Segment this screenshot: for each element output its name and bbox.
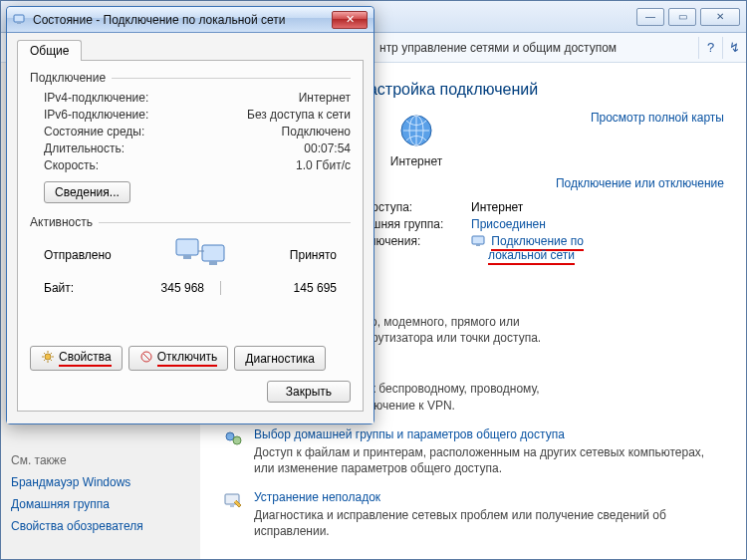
toolbar-title: нтр управление сетями и общим доступом [379, 41, 617, 55]
svg-point-7 [233, 436, 241, 444]
duration-label: Длительность: [44, 141, 221, 155]
connection-info: Тип доступа:Интернет Домашняя группа:При… [342, 200, 724, 262]
duration-value: 00:07:54 [221, 141, 351, 155]
svg-rect-15 [209, 261, 217, 265]
group-activity: Активность [30, 215, 351, 229]
view-full-map-link[interactable]: Просмотр полной карты [591, 111, 724, 125]
connect-disconnect-link[interactable]: Подключение или отключение [556, 176, 724, 190]
network-icon [13, 13, 27, 27]
internet-label: Интернет [381, 154, 451, 168]
svg-rect-9 [230, 504, 234, 507]
media-state-label: Состояние среды: [44, 125, 221, 139]
bytes-label: Байт: [44, 281, 105, 295]
task-item[interactable]: Выбор домашней группы и параметров общег… [222, 427, 724, 476]
task-desc: Доступ к файлам и принтерам, расположенн… [254, 444, 724, 476]
close-button[interactable]: Закрыть [267, 381, 351, 403]
svg-rect-12 [176, 239, 198, 255]
svg-rect-14 [202, 245, 224, 261]
svg-rect-10 [14, 15, 24, 22]
bytes-received-value: 145 695 [237, 281, 337, 295]
media-state-value: Подключено [221, 125, 351, 139]
task-title: Выбор домашней группы и параметров общег… [254, 427, 724, 441]
troubleshoot-icon [222, 490, 244, 512]
connection-status-dialog: Состояние - Подключение по локальной сет… [6, 6, 374, 424]
task-item[interactable]: Устранение неполадок Диагностика и испра… [222, 490, 724, 539]
received-label: Принято [290, 248, 337, 262]
gear-icon [41, 350, 55, 364]
tab-strip: Общие [17, 39, 364, 61]
maximize-button[interactable]: ▭ [668, 8, 696, 26]
task-desc: Диагностика и исправление сетевых пробле… [254, 507, 724, 539]
connection-link[interactable]: Подключение по локальной сети [471, 234, 584, 262]
speed-value: 1.0 Гбит/с [221, 158, 351, 172]
disable-icon [139, 350, 153, 364]
see-also-label: См. также [11, 453, 190, 467]
dialog-title: Состояние - Подключение по локальной сет… [33, 13, 286, 27]
disable-button[interactable]: Отключить [128, 346, 229, 371]
svg-point-16 [45, 354, 51, 360]
svg-rect-13 [183, 255, 191, 259]
sent-label: Отправлено [44, 248, 112, 262]
homegroup-link[interactable]: Домашняя группа [11, 497, 190, 511]
svg-rect-4 [472, 236, 484, 244]
firewall-link[interactable]: Брандмауэр Windows [11, 475, 190, 489]
tab-general[interactable]: Общие [17, 40, 82, 61]
computers-icon [170, 235, 230, 275]
toolbar-right: ? ↯ [698, 37, 746, 59]
dialog-close-button[interactable]: ✕ [332, 11, 368, 29]
close-window-button[interactable]: ✕ [700, 8, 740, 26]
svg-rect-11 [17, 22, 21, 24]
homegroup-icon [222, 427, 244, 449]
ipv4-value: Интернет [221, 91, 351, 105]
task-title: Устранение неполадок [254, 490, 724, 504]
ipv6-label: IPv6-подключение: [44, 108, 221, 122]
bytes-sent-value: 345 968 [105, 281, 204, 295]
svg-rect-5 [476, 244, 480, 246]
homegroup-value-link[interactable]: Присоединен [471, 217, 546, 231]
access-type-value: Интернет [471, 200, 523, 214]
monitor-icon [471, 235, 485, 247]
refresh-button[interactable]: ↯ [722, 37, 746, 59]
properties-button[interactable]: Свойства [30, 346, 123, 371]
diagnose-button[interactable]: Диагностика [234, 346, 326, 371]
ie-properties-link[interactable]: Свойства обозревателя [11, 519, 190, 533]
internet-node[interactable]: Интернет [381, 111, 451, 168]
speed-label: Скорость: [44, 158, 221, 172]
ipv6-value: Без доступа к сети [221, 108, 351, 122]
help-button[interactable]: ? [698, 37, 722, 59]
tab-content: Подключение IPv4-подключение:Интернет IP… [17, 61, 364, 412]
dialog-titlebar[interactable]: Состояние - Подключение по локальной сет… [7, 7, 374, 33]
details-button[interactable]: Сведения... [44, 181, 130, 203]
group-connection: Подключение [30, 71, 351, 85]
ipv4-label: IPv4-подключение: [44, 91, 221, 105]
connection-name-line2: локальной сети [488, 248, 575, 265]
minimize-button[interactable]: — [636, 8, 664, 26]
globe-icon [396, 111, 436, 150]
